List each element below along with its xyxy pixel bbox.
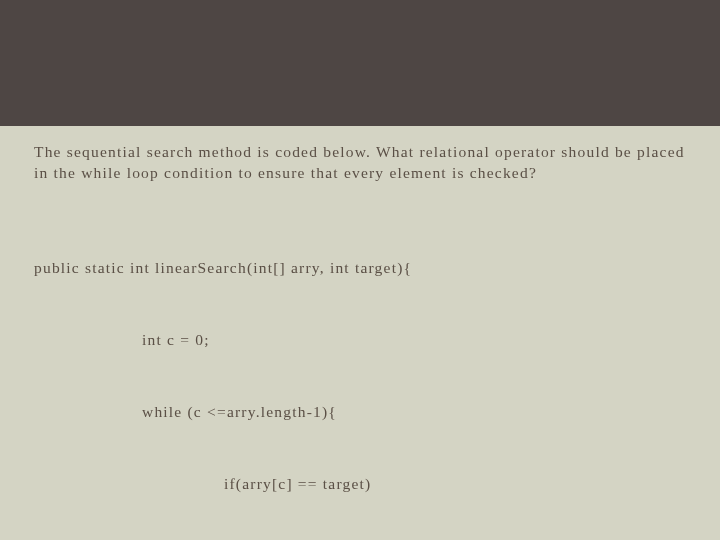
slide-header-bar [0, 0, 720, 126]
code-line-3: if(arry[c] == target) [34, 472, 686, 496]
code-line-2: while (c <=arry.length-1){ [34, 400, 686, 424]
code-line-0: public static int linearSearch(int[] arr… [34, 256, 686, 280]
slide-content: The sequential search method is coded be… [0, 126, 720, 540]
code-line-1: int c = 0; [34, 328, 686, 352]
code-block: public static int linearSearch(int[] arr… [34, 208, 686, 540]
question-text: The sequential search method is coded be… [34, 142, 686, 184]
